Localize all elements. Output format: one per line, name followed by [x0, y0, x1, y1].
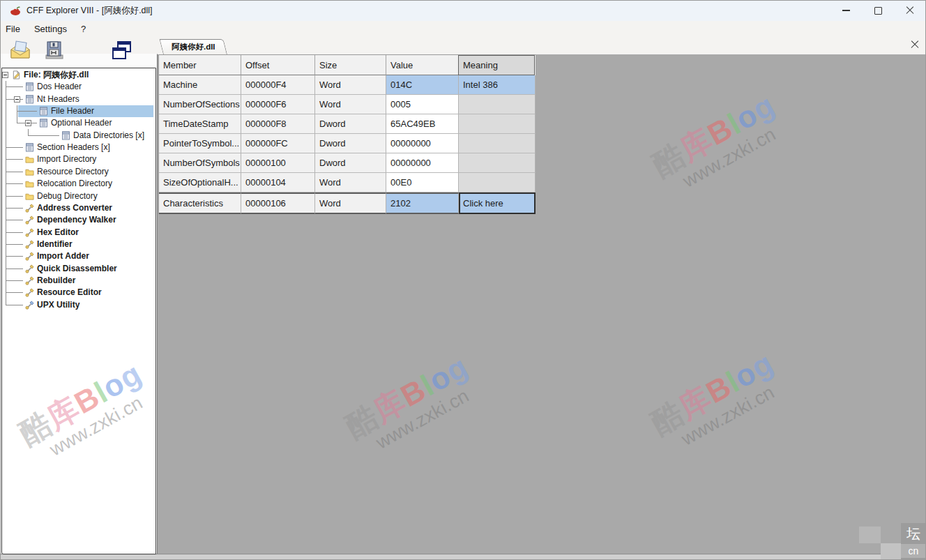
tree-connector [6, 256, 23, 257]
cell-characteristics-member[interactable]: Characteristics [159, 192, 241, 214]
cell-machine-size[interactable]: Word [315, 75, 386, 95]
cell-sizeofoptionalh-size[interactable]: Word [315, 173, 386, 192]
cell-timedatestamp-member[interactable]: TimeDateStamp [159, 114, 241, 134]
column-header-meaning[interactable]: Meaning [458, 55, 535, 75]
tree-item-optional-header[interactable]: Optional Header [0, 117, 155, 129]
tree-collapse-minus-icon[interactable] [25, 120, 31, 126]
tree-item-debug-directory[interactable]: Debug Directory [0, 190, 155, 202]
cell-pointertosymbol-offset[interactable]: 000000FC [241, 134, 315, 153]
close-button[interactable] [894, 0, 926, 21]
cell-characteristics-value[interactable]: 2102 [386, 192, 459, 214]
tree-item-dos-header[interactable]: Dos Header [0, 81, 155, 93]
cell-timedatestamp-size[interactable]: Dword [315, 114, 386, 134]
column-header-value[interactable]: Value [386, 55, 459, 75]
cell-characteristics-meaning[interactable]: Click here [459, 192, 536, 214]
cell-numberofsections-offset[interactable]: 000000F6 [241, 95, 315, 114]
close-icon [906, 6, 914, 15]
tree-connector [6, 268, 23, 269]
cell-numberofsymbols-offset[interactable]: 00000100 [241, 153, 315, 173]
tree-item-resource-editor[interactable]: Resource Editor [0, 287, 155, 298]
tree-item-file-header[interactable]: File Header [0, 105, 155, 117]
open-file-icon [9, 40, 31, 62]
cell-numberofsections-meaning[interactable] [459, 95, 536, 114]
tree-item-rebuilder[interactable]: Rebuilder [0, 275, 155, 287]
cell-machine-offset[interactable]: 000000F4 [241, 75, 315, 95]
cell-pointertosymbol-meaning[interactable] [459, 134, 536, 153]
tree-item-section-headers-x[interactable]: Section Headers [x] [0, 142, 155, 153]
tree-item-import-directory[interactable]: Import Directory [0, 153, 155, 165]
tree-item-label: Data Directories [x] [73, 130, 144, 142]
table-row-pointertosymbol[interactable]: PointerToSymbol...000000FCDword00000000 [159, 134, 536, 153]
cell-timedatestamp-value[interactable]: 65AC49EB [386, 114, 459, 134]
tree-item-hex-editor[interactable]: Hex Editor [0, 227, 155, 239]
tree-connector [6, 196, 23, 197]
corner-badge-char: 坛 [901, 523, 926, 544]
cell-numberofsections-member[interactable]: NumberOfSections [159, 95, 241, 114]
table-row-machine[interactable]: Machine000000F4Word014CIntel 386 [159, 75, 536, 95]
tree-collapse-minus-icon[interactable] [2, 72, 8, 78]
tree-item-nt-headers[interactable]: Nt Headers [0, 93, 155, 105]
tree-connector [6, 159, 23, 160]
cell-machine-member[interactable]: Machine [159, 75, 241, 95]
cascade-windows-button[interactable] [110, 40, 132, 62]
cell-numberofsymbols-value[interactable]: 00000000 [386, 153, 459, 173]
tree-item-resource-directory[interactable]: Resource Directory [0, 166, 155, 178]
menu-help[interactable]: ? [74, 22, 93, 36]
tools-icon [25, 276, 34, 285]
cell-numberofsymbols-meaning[interactable] [459, 153, 536, 173]
tree-item-label: Nt Headers [37, 93, 79, 105]
header-list-icon [39, 119, 48, 128]
cell-timedatestamp-meaning[interactable] [459, 114, 536, 134]
cell-characteristics-offset[interactable]: 00000106 [241, 192, 315, 214]
cell-sizeofoptionalh-member[interactable]: SizeOfOptionalH... [159, 173, 241, 192]
tree-item-label: Optional Header [51, 117, 112, 129]
header-list-icon [25, 95, 34, 104]
column-header-size[interactable]: Size [315, 55, 386, 75]
table-row-timedatestamp[interactable]: TimeDateStamp000000F8Dword65AC49EB [159, 114, 536, 134]
cell-numberofsections-value[interactable]: 0005 [386, 95, 459, 114]
tree-item-import-adder[interactable]: Import Adder [0, 250, 155, 262]
column-header-offset[interactable]: Offset [241, 55, 315, 75]
cell-numberofsections-size[interactable]: Word [315, 95, 386, 114]
tree-item-label: Quick Disassembler [37, 263, 117, 275]
tree-item-identifier[interactable]: Identifier [0, 239, 155, 250]
open-file-button[interactable] [9, 40, 31, 62]
cell-timedatestamp-offset[interactable]: 000000F8 [241, 114, 315, 134]
table-row-numberofsections[interactable]: NumberOfSections000000F6Word0005 [159, 95, 536, 114]
menu-file[interactable]: File [0, 22, 27, 36]
tree-collapse-minus-icon[interactable] [14, 96, 20, 103]
tree-item-address-converter[interactable]: Address Converter [0, 202, 155, 214]
tree-connector [6, 208, 23, 209]
table-row-sizeofoptionalh[interactable]: SizeOfOptionalH...00000104Word00E0 [159, 173, 536, 192]
tree-item-data-directories-x[interactable]: Data Directories [x] [0, 130, 155, 142]
cell-pointertosymbol-size[interactable]: Dword [315, 134, 386, 153]
cell-sizeofoptionalh-meaning[interactable] [459, 173, 536, 192]
tree-connector [6, 244, 23, 245]
cell-pointertosymbol-value[interactable]: 00000000 [386, 134, 459, 153]
tree-item-dependency-walker[interactable]: Dependency Walker [0, 214, 155, 226]
save-file-button[interactable] [43, 40, 65, 62]
tree-item-file-阿姨你好-dll[interactable]: File: 阿姨你好.dll [0, 69, 155, 81]
tools-icon [25, 228, 34, 237]
cell-sizeofoptionalh-offset[interactable]: 00000104 [241, 173, 315, 192]
table-row-numberofsymbols[interactable]: NumberOfSymbols00000100Dword00000000 [159, 153, 536, 173]
tree-item-label: File Header [51, 105, 94, 117]
tree-connector [6, 280, 23, 281]
menu-settings[interactable]: Settings [27, 22, 74, 36]
tree-item-quick-disassembler[interactable]: Quick Disassembler [0, 263, 155, 275]
cell-pointertosymbol-member[interactable]: PointerToSymbol... [159, 134, 241, 153]
tree-item-relocation-directory[interactable]: Relocation Directory [0, 178, 155, 190]
maximize-button[interactable] [862, 0, 894, 21]
cell-sizeofoptionalh-value[interactable]: 00E0 [386, 173, 459, 192]
tree-item-upx-utility[interactable]: UPX Utility [0, 299, 155, 311]
app-pepper-icon [9, 5, 21, 17]
tab-active-dll[interactable]: 阿姨你好.dll [160, 39, 227, 54]
cell-numberofsymbols-size[interactable]: Dword [315, 153, 386, 173]
cell-machine-meaning[interactable]: Intel 386 [459, 75, 536, 95]
minimize-button[interactable] [830, 0, 862, 21]
cell-characteristics-size[interactable]: Word [315, 192, 386, 214]
cell-numberofsymbols-member[interactable]: NumberOfSymbols [159, 153, 241, 173]
table-row-characteristics[interactable]: Characteristics00000106Word2102Click her… [159, 192, 536, 214]
column-header-member[interactable]: Member [159, 55, 241, 75]
cell-machine-value[interactable]: 014C [386, 75, 459, 95]
